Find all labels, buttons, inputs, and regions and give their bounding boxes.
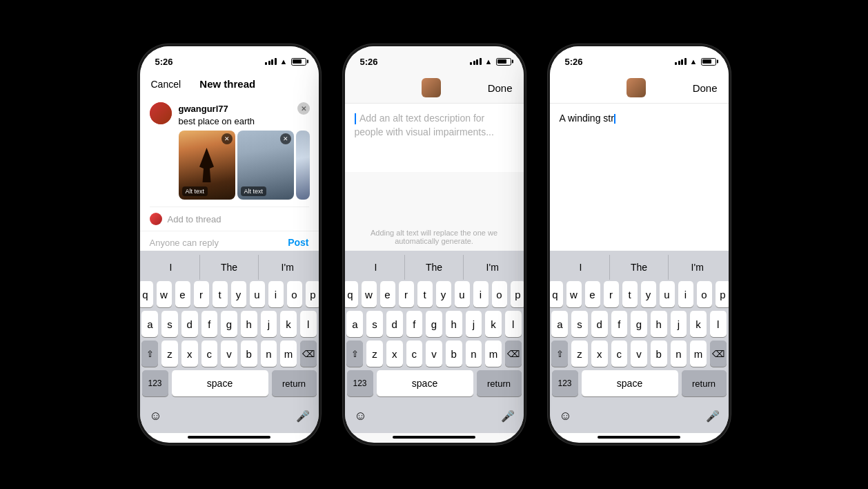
space-key-3[interactable]: space: [582, 370, 678, 396]
key-y-3[interactable]: y: [641, 281, 656, 307]
key-h-3[interactable]: h: [651, 311, 667, 337]
key-v-2[interactable]: v: [426, 341, 442, 367]
key-o[interactable]: o: [287, 281, 302, 307]
emoji-key-3[interactable]: ☺: [556, 403, 575, 429]
alt-text-label-2[interactable]: Alt text: [241, 186, 267, 196]
shift-key-3[interactable]: ⇧: [551, 341, 568, 367]
mic-key[interactable]: 🎤: [293, 403, 313, 429]
key-c[interactable]: c: [201, 341, 218, 367]
key-w-2[interactable]: w: [362, 281, 377, 307]
add-to-thread[interactable]: Add to thread: [140, 207, 319, 231]
key-n-3[interactable]: n: [671, 341, 687, 367]
num-key[interactable]: 123: [142, 370, 168, 396]
key-x-2[interactable]: x: [386, 341, 403, 367]
key-e[interactable]: e: [175, 281, 190, 307]
key-z[interactable]: z: [161, 341, 178, 367]
post-button[interactable]: Post: [288, 237, 308, 248]
key-k-2[interactable]: k: [485, 311, 502, 337]
key-q-2[interactable]: q: [345, 281, 358, 307]
suggestion-i[interactable]: I: [142, 255, 201, 280]
key-w[interactable]: w: [157, 281, 172, 307]
delete-key-3[interactable]: ⌫: [710, 341, 727, 367]
key-p[interactable]: p: [306, 281, 319, 307]
thread-text[interactable]: best place on earth: [179, 116, 310, 126]
emoji-key[interactable]: ☺: [146, 403, 166, 429]
image-2-close[interactable]: ✕: [280, 133, 291, 144]
key-d[interactable]: d: [181, 311, 198, 337]
mic-key-2[interactable]: 🎤: [498, 403, 517, 429]
key-o-2[interactable]: o: [492, 281, 507, 307]
key-t-3[interactable]: t: [622, 281, 638, 307]
delete-key-2[interactable]: ⌫: [505, 341, 522, 367]
suggestion-im-3[interactable]: I'm: [669, 255, 727, 280]
delete-key[interactable]: ⌫: [300, 341, 317, 367]
key-q-3[interactable]: q: [550, 281, 563, 307]
key-p-3[interactable]: p: [716, 281, 729, 307]
suggestion-the[interactable]: The: [200, 255, 259, 280]
key-l-2[interactable]: l: [505, 311, 522, 337]
key-l-3[interactable]: l: [710, 311, 727, 337]
key-c-2[interactable]: c: [406, 341, 423, 367]
key-a[interactable]: a: [141, 311, 158, 337]
key-v-3[interactable]: v: [631, 341, 647, 367]
key-q[interactable]: q: [140, 281, 153, 307]
shift-key[interactable]: ⇧: [141, 341, 158, 367]
suggestion-the-3[interactable]: The: [610, 255, 669, 280]
suggestion-i-3[interactable]: I: [552, 255, 611, 280]
alt-text-label-1[interactable]: Alt text: [182, 186, 208, 196]
key-n-2[interactable]: n: [466, 341, 482, 367]
key-h[interactable]: h: [241, 311, 257, 337]
key-t-2[interactable]: t: [417, 281, 433, 307]
key-m-3[interactable]: m: [690, 341, 707, 367]
key-n[interactable]: n: [261, 341, 277, 367]
key-z-3[interactable]: z: [571, 341, 588, 367]
key-f[interactable]: f: [201, 311, 218, 337]
key-a-2[interactable]: a: [346, 311, 363, 337]
key-s[interactable]: s: [161, 311, 178, 337]
key-i[interactable]: i: [268, 281, 284, 307]
key-t[interactable]: t: [213, 281, 228, 307]
key-u-2[interactable]: u: [455, 281, 470, 307]
key-u[interactable]: u: [250, 281, 265, 307]
key-b[interactable]: b: [241, 341, 257, 367]
key-g[interactable]: g: [221, 311, 237, 337]
emoji-key-2[interactable]: ☺: [351, 403, 371, 429]
key-c-3[interactable]: c: [611, 341, 628, 367]
alt-text-entered-area[interactable]: A winding str: [550, 103, 729, 251]
key-y[interactable]: y: [231, 281, 246, 307]
key-x[interactable]: x: [181, 341, 198, 367]
key-k-3[interactable]: k: [690, 311, 707, 337]
key-w-3[interactable]: w: [566, 281, 582, 307]
key-i-3[interactable]: i: [678, 281, 693, 307]
key-k[interactable]: k: [280, 311, 297, 337]
key-e-2[interactable]: e: [380, 281, 395, 307]
space-key-2[interactable]: space: [377, 370, 473, 396]
key-o-3[interactable]: o: [697, 281, 712, 307]
return-key[interactable]: return: [272, 370, 317, 396]
key-r-3[interactable]: r: [604, 281, 619, 307]
key-f-3[interactable]: f: [611, 311, 628, 337]
key-g-2[interactable]: g: [426, 311, 442, 337]
num-key-3[interactable]: 123: [552, 370, 578, 396]
return-key-3[interactable]: return: [682, 370, 727, 396]
suggestion-i-2[interactable]: I: [347, 255, 406, 280]
key-j-2[interactable]: j: [466, 311, 482, 337]
key-f-2[interactable]: f: [406, 311, 423, 337]
key-b-2[interactable]: b: [446, 341, 462, 367]
suggestion-the-2[interactable]: The: [405, 255, 464, 280]
key-d-3[interactable]: d: [591, 311, 608, 337]
key-m[interactable]: m: [280, 341, 297, 367]
image-2[interactable]: ✕ Alt text: [237, 131, 294, 200]
key-h-2[interactable]: h: [446, 311, 462, 337]
shift-key-2[interactable]: ⇧: [346, 341, 363, 367]
key-r-2[interactable]: r: [399, 281, 414, 307]
key-r[interactable]: r: [194, 281, 209, 307]
key-a-3[interactable]: a: [551, 311, 568, 337]
close-thread-button[interactable]: ✕: [297, 102, 310, 115]
suggestion-im[interactable]: I'm: [259, 255, 317, 280]
key-u-3[interactable]: u: [660, 281, 675, 307]
done-button-2[interactable]: Done: [488, 82, 513, 94]
key-x-3[interactable]: x: [591, 341, 608, 367]
key-s-2[interactable]: s: [366, 311, 383, 337]
mic-key-3[interactable]: 🎤: [703, 403, 722, 429]
